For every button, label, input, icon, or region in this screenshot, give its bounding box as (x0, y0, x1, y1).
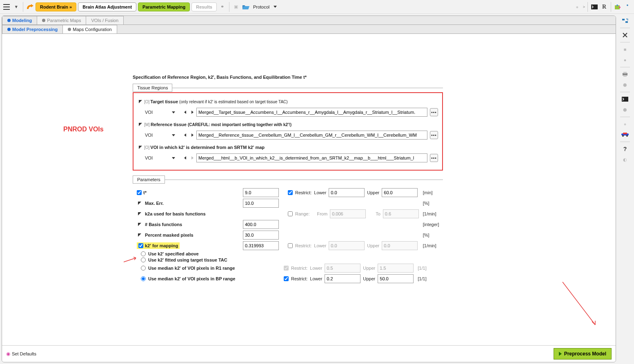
results-pill: Results (191, 2, 217, 11)
close-x-icon[interactable] (620, 31, 630, 39)
tissue-regions-box: [O] Target tissue (only relevant if k2' … (133, 92, 443, 171)
t-star-restrict: Restrict: Lower Upper (288, 188, 419, 197)
t-star-lower-input[interactable] (329, 188, 365, 197)
radio-k2-fitted-input[interactable] (141, 257, 146, 262)
reference-tissue-note: (CAREFUL: most important setting togethe… (188, 122, 291, 127)
radio-k2-bprange[interactable]: Use median k2' of VOI pixels in BP range (141, 276, 280, 281)
hamburger-icon[interactable] (2, 3, 11, 11)
t-star-restrict-checkbox[interactable] (288, 190, 293, 195)
basis-label: # Basis functions (145, 222, 182, 227)
pin-icon[interactable] (137, 201, 142, 205)
puzzle-icon[interactable] (614, 3, 622, 11)
max-err-input[interactable] (243, 199, 279, 208)
gear-dot-icon: ◉ (6, 351, 10, 357)
dropdown-icon[interactable] (170, 109, 177, 115)
expand-icon[interactable] (620, 17, 630, 24)
chevron-dot-icon[interactable]: ▾ (12, 3, 20, 11)
reference-tissue-label: Reference tissue (151, 122, 187, 127)
preprocess-label: Preprocess Model (564, 351, 606, 357)
masked-input[interactable] (243, 231, 279, 240)
browse-button[interactable]: ••• (430, 131, 438, 139)
t-star-upper-input[interactable] (382, 188, 418, 197)
pin-icon[interactable] (138, 100, 143, 104)
tab-parametric-maps[interactable]: Parametric Maps (37, 16, 86, 24)
rodent-brain-pill[interactable]: Rodent Brain » (36, 2, 76, 11)
dropdown-icon[interactable] (170, 155, 177, 161)
prev-icon[interactable] (182, 132, 188, 138)
browse-button[interactable]: ••• (430, 154, 438, 162)
protocol-dropdown-icon[interactable] (271, 3, 279, 11)
k2map-input[interactable] (243, 241, 279, 250)
voi-label: VOI (145, 110, 169, 115)
lower-label: Lower (314, 190, 326, 195)
circle2-icon[interactable]: ● (620, 120, 630, 128)
bprange-upper-input[interactable] (378, 274, 414, 283)
radio-k2-r1range[interactable]: Use median k2' of VOI pixels in R1 range (141, 266, 280, 271)
k2a-range-checkbox[interactable] (288, 211, 293, 216)
dropdown-icon[interactable] (170, 132, 177, 138)
r-icon[interactable]: R (600, 3, 608, 11)
voi-k2-voi-input[interactable] (196, 153, 427, 162)
radio-k2-fitted[interactable]: Use k2' fitted using target tissue TAC (141, 257, 439, 262)
subtab-model-preprocessing[interactable]: Model Preprocessing (2, 25, 63, 33)
k2map-checkbox[interactable] (138, 243, 143, 248)
radio-k2-specified-input[interactable] (141, 251, 146, 256)
folder-open-icon[interactable] (242, 3, 250, 11)
prev-icon[interactable] (182, 155, 188, 161)
pin-icon[interactable] (138, 122, 143, 127)
tissue-regions-title: Tissue Regions (133, 84, 172, 92)
r1range-restrict: Restrict: Lower Upper (284, 264, 414, 273)
link-icon[interactable]: ⚭ (218, 3, 227, 11)
next-icon[interactable] (189, 132, 196, 138)
tag-icon[interactable]: ⬢ (620, 106, 630, 113)
pin-icon[interactable] (137, 222, 142, 226)
annotation-arrow-2 (558, 280, 599, 329)
circle-icon[interactable]: ● (620, 56, 630, 64)
terminal2-icon[interactable] (620, 95, 630, 103)
brain-atlas-pill[interactable]: Brain Atlas Adjustment (78, 2, 136, 11)
target-tissue-voi-input[interactable] (196, 108, 427, 117)
basis-row: # Basis functions (137, 222, 239, 227)
bprange-lower-input[interactable] (325, 274, 360, 283)
k2map-row: k2' for mapping (137, 242, 239, 249)
set-defaults-button[interactable]: ◉ Set Defaults (6, 351, 36, 357)
svg-rect-7 (622, 97, 628, 102)
question-icon[interactable]: ? (620, 145, 630, 153)
k2a-from-input (330, 209, 366, 218)
radio-k2-r1range-input[interactable] (141, 266, 146, 271)
shield-icon[interactable]: ⬣ (620, 81, 630, 89)
subtab-model-preprocessing-label: Model Preprocessing (12, 27, 58, 32)
terminal-icon[interactable] (590, 3, 598, 11)
t-star-checkbox[interactable] (137, 190, 142, 195)
bprange-restrict-checkbox[interactable] (284, 276, 289, 281)
pin-icon[interactable] (137, 233, 142, 237)
basis-unit: [integer] (423, 222, 447, 227)
reference-tissue-voi-input[interactable] (196, 131, 427, 140)
r1range-unit: [1/1] (418, 266, 442, 271)
radio-k2-bprange-input[interactable] (141, 276, 146, 281)
prev-icon[interactable] (182, 109, 188, 115)
upper-label: Upper (367, 243, 379, 248)
car-icon[interactable] (620, 131, 630, 138)
tab-modeling[interactable]: Modeling (2, 16, 37, 24)
tab-vois-fusion[interactable]: VOIs / Fusion (86, 16, 124, 24)
subtab-maps-configuration[interactable]: Maps Configuration (62, 25, 117, 33)
half-circle-icon[interactable]: ◐ (620, 156, 630, 163)
upper-label: Upper (363, 276, 375, 281)
target-tissue-note: (only relevant if k2' is estimated based… (179, 100, 288, 104)
t-star-input[interactable] (243, 188, 279, 197)
preprocess-model-button[interactable]: Preprocess Model (554, 348, 612, 360)
load-arrow-icon[interactable] (26, 3, 34, 11)
basis-input[interactable] (243, 220, 279, 229)
info-dot-icon[interactable]: ● (623, 1, 632, 9)
k2map-restrict-checkbox[interactable] (288, 243, 293, 248)
next-icon[interactable] (189, 109, 196, 115)
square-icon[interactable]: ■ (620, 46, 630, 53)
browse-button[interactable]: ••• (430, 108, 438, 116)
pin-icon[interactable] (137, 212, 142, 216)
pin-icon[interactable] (138, 145, 143, 149)
radio-k2-specified[interactable]: Use k2' specified above (141, 251, 439, 256)
parametric-mapping-pill[interactable]: Parametric Mapping (138, 2, 190, 11)
lower-label: Lower (314, 243, 326, 248)
print-icon[interactable] (620, 71, 630, 78)
